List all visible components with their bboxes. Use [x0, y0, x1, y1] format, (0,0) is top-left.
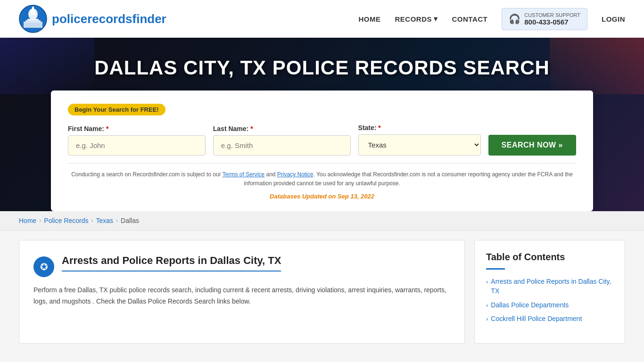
toc-arrow-icon: › [486, 302, 488, 309]
customer-support[interactable]: 🎧 CUSTOMER SUPPORT 800-433-0567 [502, 8, 587, 30]
records-chevron-icon: ▾ [434, 15, 438, 23]
first-name-required: * [106, 125, 108, 132]
toc-list: ›Arrests and Police Reports in Dallas Ci… [486, 277, 613, 323]
article-body: Perform a free Dallas, TX public police … [33, 285, 450, 307]
hero-title: DALLAS CITY, TX POLICE RECORDS SEARCH [85, 57, 559, 79]
search-form-row: First Name: * Last Name: * State: * [68, 124, 576, 156]
first-name-label: First Name: * [68, 125, 206, 132]
breadcrumb: Home › Police Records › Texas › Dallas [0, 211, 644, 230]
state-label: State: * [358, 124, 481, 132]
article-header: ✪ Arrests and Police Reports in Dallas C… [33, 255, 450, 277]
svg-rect-3 [25, 20, 41, 22]
article-title: Arrests and Police Reports in Dallas Cit… [62, 255, 281, 272]
nav-records[interactable]: RECORDS ▾ [395, 15, 438, 23]
nav-contact[interactable]: CONTACT [452, 15, 488, 23]
svg-rect-6 [32, 7, 34, 10]
free-badge: Begin Your Search for FREE! [68, 104, 165, 115]
site-header: policerecordsfinder HOME RECORDS ▾ CONTA… [0, 0, 644, 38]
main-content: ✪ Arrests and Police Reports in Dallas C… [0, 230, 644, 353]
toc-item[interactable]: ›Cockrell Hill Police Department [486, 314, 613, 324]
first-name-input[interactable] [68, 135, 206, 156]
breadcrumb-police-records[interactable]: Police Records [44, 217, 88, 224]
support-number: 800-433-0567 [524, 18, 580, 26]
toc-link[interactable]: Arrests and Police Reports in Dallas Cit… [491, 277, 613, 296]
toc-link[interactable]: Cockrell Hill Police Department [491, 314, 582, 324]
breadcrumb-home[interactable]: Home [19, 217, 36, 224]
logo[interactable]: policerecordsfinder [19, 5, 166, 33]
headset-icon: 🎧 [509, 13, 520, 25]
db-updated: Databases Updated on Sep 13, 2022 [68, 193, 576, 200]
disclaimer-text: Conducting a search on Recordsfinder.com… [68, 163, 576, 188]
hero-section: DALLAS CITY, TX POLICE RECORDS SEARCH Be… [0, 38, 644, 211]
last-name-group: Last Name: * [213, 125, 351, 156]
toc-item[interactable]: ›Dallas Police Departments [486, 301, 613, 310]
article-section: ✪ Arrests and Police Reports in Dallas C… [19, 240, 465, 344]
logo-icon [19, 5, 47, 33]
svg-rect-7 [24, 23, 42, 28]
search-card: Begin Your Search for FREE! First Name: … [51, 90, 593, 211]
toc-item[interactable]: ›Arrests and Police Reports in Dallas Ci… [486, 277, 613, 296]
breadcrumb-city: Dallas [121, 217, 139, 224]
nav-home[interactable]: HOME [358, 15, 380, 23]
article-icon: ✪ [33, 256, 54, 277]
last-name-input[interactable] [213, 135, 351, 156]
support-label: CUSTOMER SUPPORT [524, 12, 580, 18]
login-button[interactable]: LOGIN [602, 15, 625, 23]
toc-section: Table of Contents ›Arrests and Police Re… [474, 240, 625, 344]
toc-arrow-icon: › [486, 278, 488, 285]
state-group: State: * AlabamaAlaskaArizonaArkansasCal… [358, 124, 481, 156]
toc-divider [486, 268, 505, 270]
logo-text: policerecordsfinder [52, 12, 166, 26]
breadcrumb-sep-3: › [116, 217, 118, 224]
breadcrumb-state[interactable]: Texas [96, 217, 114, 224]
toc-link[interactable]: Dallas Police Departments [491, 301, 569, 310]
toc-title: Table of Contents [486, 252, 613, 263]
last-name-label: Last Name: * [213, 125, 351, 132]
svg-rect-4 [24, 22, 42, 23]
last-name-required: * [250, 125, 253, 132]
privacy-link[interactable]: Privacy Notice [277, 171, 314, 178]
terms-link[interactable]: Terms of Service [223, 171, 264, 178]
breadcrumb-sep-2: › [91, 217, 93, 224]
breadcrumb-sep-1: › [39, 217, 41, 224]
toc-arrow-icon: › [486, 315, 488, 322]
main-nav: HOME RECORDS ▾ CONTACT 🎧 CUSTOMER SUPPOR… [358, 8, 625, 30]
svg-rect-2 [27, 19, 39, 20]
state-select[interactable]: AlabamaAlaskaArizonaArkansasCaliforniaCo… [358, 134, 481, 156]
badge-icon: ✪ [40, 261, 48, 272]
search-now-button[interactable]: SEARCH NOW » [488, 135, 576, 156]
first-name-group: First Name: * [68, 125, 206, 156]
state-required: * [378, 124, 380, 132]
